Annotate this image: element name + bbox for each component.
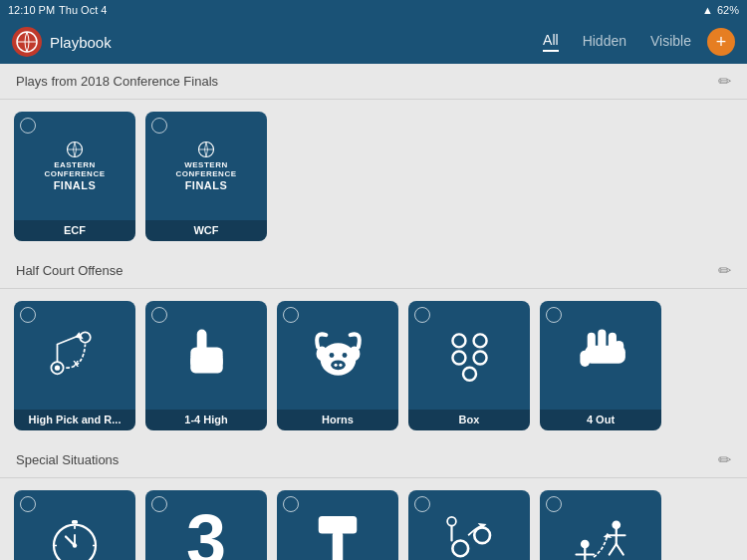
status-bar: 12:10 PM Thu Oct 4 ▲ 62% bbox=[0, 0, 747, 20]
section-half-court-title: Half Court Offense bbox=[16, 263, 123, 278]
card-4-out-label: 4 Out bbox=[540, 410, 661, 430]
card-4-out[interactable]: 4 Out bbox=[540, 301, 661, 430]
half-court-cards: x High Pick and R... 1-4 High bbox=[0, 289, 747, 442]
svg-rect-44 bbox=[72, 520, 78, 524]
card-oplay-checkbox[interactable] bbox=[414, 496, 430, 512]
svg-point-24 bbox=[452, 334, 465, 347]
app-logo bbox=[12, 27, 42, 57]
nav-title: Playbook bbox=[50, 34, 543, 51]
card-1-4-high[interactable]: 1-4 High bbox=[145, 301, 267, 430]
svg-point-50 bbox=[447, 517, 456, 526]
svg-line-55 bbox=[610, 544, 617, 555]
svg-point-7 bbox=[55, 366, 60, 371]
card-xplay[interactable]: X-Play bbox=[540, 490, 661, 560]
svg-point-20 bbox=[342, 353, 347, 358]
svg-point-27 bbox=[473, 351, 486, 364]
number-3-display: 3 bbox=[186, 504, 226, 560]
section-conference-finals-header: Plays from 2018 Conference Finals ✏ bbox=[0, 64, 747, 100]
svg-point-23 bbox=[339, 364, 342, 367]
tab-all[interactable]: All bbox=[543, 32, 559, 52]
card-horns[interactable]: Horns bbox=[277, 301, 398, 430]
card-ecf-checkbox[interactable] bbox=[20, 118, 36, 134]
card-1-4-high-checkbox[interactable] bbox=[151, 307, 167, 323]
card-high-pick-label: High Pick and R... bbox=[14, 410, 135, 430]
svg-rect-14 bbox=[190, 352, 198, 367]
signal-strength: 62% bbox=[717, 4, 739, 16]
card-tplay[interactable]: T-Play bbox=[277, 490, 398, 560]
card-wcf[interactable]: WESTERNCONFERENCE FINALS WCF bbox=[145, 112, 267, 241]
status-right: ▲ 62% bbox=[702, 4, 739, 16]
svg-line-56 bbox=[617, 544, 623, 555]
svg-rect-45 bbox=[319, 516, 358, 534]
card-xplay-checkbox[interactable] bbox=[546, 496, 562, 512]
card-1-4-high-label: 1-4 High bbox=[145, 410, 267, 430]
section-conference-finals-edit-icon[interactable]: ✏ bbox=[718, 72, 731, 91]
svg-rect-33 bbox=[585, 346, 625, 364]
card-box[interactable]: Box bbox=[408, 301, 530, 430]
card-ecf[interactable]: EASTERNCONFERENCE FINALS ECF bbox=[14, 112, 135, 241]
svg-point-39 bbox=[73, 544, 78, 549]
card-wcf-label: WCF bbox=[145, 220, 267, 241]
add-button[interactable]: + bbox=[707, 28, 735, 56]
card-wcf-checkbox[interactable] bbox=[151, 118, 167, 134]
card-oplay[interactable]: O-Play bbox=[408, 490, 530, 560]
svg-point-52 bbox=[612, 521, 621, 530]
svg-rect-15 bbox=[214, 352, 222, 367]
svg-text:x: x bbox=[73, 358, 79, 370]
card-number3-checkbox[interactable] bbox=[151, 496, 167, 512]
card-clock[interactable]: Last Second bbox=[14, 490, 135, 560]
tab-visible[interactable]: Visible bbox=[650, 33, 691, 51]
content-area: Plays from 2018 Conference Finals ✏ EAST… bbox=[0, 64, 747, 560]
section-special-edit-icon[interactable]: ✏ bbox=[718, 450, 731, 469]
status-date: Thu Oct 4 bbox=[59, 4, 107, 16]
nav-bar: Playbook All Hidden Visible + bbox=[0, 20, 747, 64]
section-special-title: Special Situations bbox=[16, 452, 119, 467]
svg-rect-46 bbox=[333, 532, 344, 560]
card-horns-label: Horns bbox=[277, 410, 398, 430]
card-tplay-checkbox[interactable] bbox=[283, 496, 299, 512]
card-horns-checkbox[interactable] bbox=[283, 307, 299, 323]
svg-point-22 bbox=[334, 364, 337, 367]
card-box-label: Box bbox=[408, 410, 530, 430]
wifi-icon: ▲ bbox=[702, 4, 713, 16]
nav-tabs: All Hidden Visible bbox=[543, 32, 691, 52]
svg-point-48 bbox=[474, 528, 490, 544]
svg-point-26 bbox=[452, 351, 465, 364]
svg-point-25 bbox=[473, 334, 486, 347]
section-conference-finals-title: Plays from 2018 Conference Finals bbox=[16, 74, 218, 89]
status-time: 12:10 PM bbox=[8, 4, 55, 16]
special-situations-cards: Last Second 3 3 T-Play bbox=[0, 478, 747, 560]
status-left: 12:10 PM Thu Oct 4 bbox=[8, 4, 107, 16]
section-half-court-edit-icon[interactable]: ✏ bbox=[718, 261, 731, 280]
svg-point-57 bbox=[581, 540, 590, 549]
card-high-pick-checkbox[interactable] bbox=[20, 307, 36, 323]
svg-point-21 bbox=[331, 360, 346, 370]
tab-hidden[interactable]: Hidden bbox=[583, 33, 626, 51]
svg-rect-34 bbox=[580, 351, 590, 367]
svg-point-28 bbox=[463, 368, 476, 381]
card-4-out-checkbox[interactable] bbox=[546, 307, 562, 323]
svg-point-18 bbox=[349, 346, 360, 361]
svg-point-47 bbox=[452, 541, 468, 557]
svg-point-17 bbox=[316, 346, 327, 361]
card-ecf-label: ECF bbox=[14, 220, 135, 241]
card-clock-checkbox[interactable] bbox=[20, 496, 36, 512]
svg-point-16 bbox=[320, 343, 356, 376]
section-half-court-header: Half Court Offense ✏ bbox=[0, 253, 747, 289]
card-number3[interactable]: 3 3 bbox=[145, 490, 267, 560]
conference-finals-cards: EASTERNCONFERENCE FINALS ECF WESTERNCONF… bbox=[0, 100, 747, 253]
card-high-pick[interactable]: x High Pick and R... bbox=[14, 301, 135, 430]
card-box-checkbox[interactable] bbox=[414, 307, 430, 323]
svg-point-19 bbox=[329, 353, 334, 358]
section-special-header: Special Situations ✏ bbox=[0, 442, 747, 478]
